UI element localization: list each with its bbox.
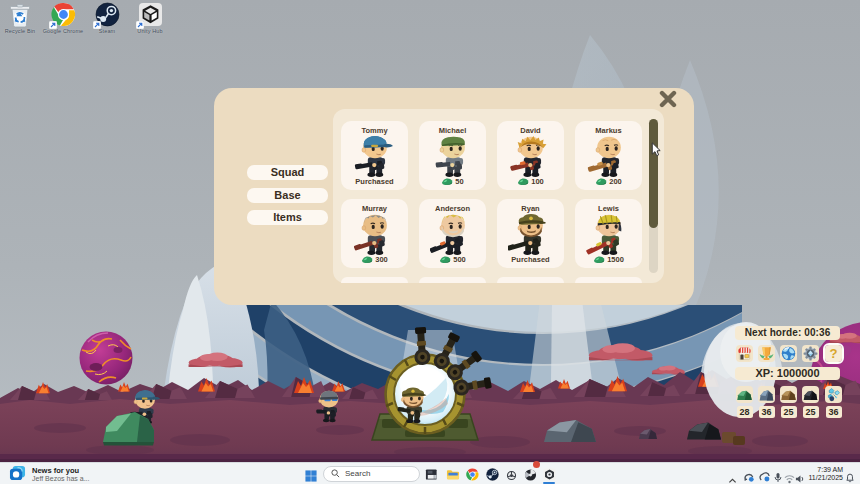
- svg-text:?: ?: [829, 346, 837, 361]
